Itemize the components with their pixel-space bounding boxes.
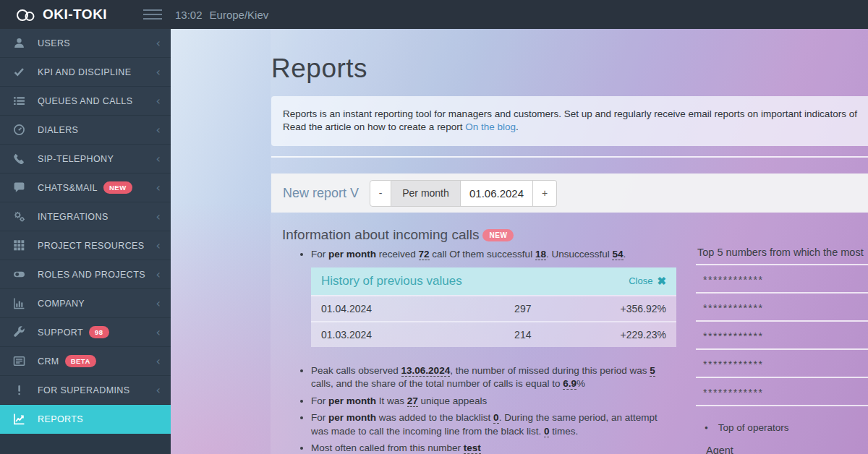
stat-text: . Unsuccessful — [546, 249, 613, 260]
top5-number-row: ************ — [696, 378, 868, 406]
chevron-left-icon: ‹ — [156, 385, 161, 396]
sidebar-item-kpi-and-discipline[interactable]: KPI AND DISCIPLINE‹ — [0, 58, 171, 87]
history-date: 01.03.2024 — [321, 329, 514, 340]
main-content: Reports Reports is an instant reporting … — [171, 29, 868, 454]
sidebar-item-users[interactable]: USERS‹ — [0, 29, 171, 58]
page-title: Reports — [271, 53, 367, 84]
sidebar-item-label: CRMBETA — [38, 355, 156, 367]
stat-text: Peak calls observed — [311, 365, 401, 376]
top-of-operators-bullet: Top of operators — [705, 422, 868, 433]
sidebar-item-label: KPI AND DISCIPLINE — [38, 67, 156, 77]
stat-text: It was — [376, 395, 407, 406]
stat-bullet: For per month It was 27 unique appeals — [311, 395, 676, 408]
chevron-left-icon: ‹ — [156, 95, 161, 107]
stat-value: 5 — [650, 365, 655, 377]
sidebar-item-reports[interactable]: REPORTS — [0, 405, 171, 434]
sidebar-item-project-resources[interactable]: PROJECT RESOURCES‹ — [0, 231, 171, 260]
incoming-stats-list: For per month received 72 call Of them s… — [271, 248, 676, 262]
sidebar-item-label: QUEUES AND CALLS — [38, 96, 156, 106]
date-input[interactable] — [461, 180, 533, 207]
sidebar-badge: NEW — [103, 181, 132, 194]
period-minus-button[interactable]: - — [370, 180, 391, 207]
sidebar-item-label: PROJECT RESOURCES — [38, 241, 156, 251]
sidebar-item-label: USERS — [38, 38, 156, 48]
user-icon — [0, 37, 38, 49]
grid-icon — [0, 239, 38, 252]
top-of-operators: Top of operators Agent — [696, 422, 868, 454]
on-the-blog-link[interactable]: On the blog — [465, 121, 516, 132]
sidebar-item-label: SIP-TELEPHONY — [38, 154, 156, 164]
sidebar-item-roles-and-projects[interactable]: ROLES AND PROJECTS‹ — [0, 260, 171, 289]
sidebar-item-dialers[interactable]: DIALERS‹ — [0, 116, 171, 145]
cloud-logo-icon — [14, 7, 36, 22]
top5-number-row: ************ — [696, 322, 868, 350]
exclamation-icon — [0, 384, 38, 396]
period-select-button[interactable]: Per month — [391, 180, 461, 207]
sidebar-item-label: SUPPORT98 — [38, 326, 156, 338]
history-title: History of previous values — [321, 274, 462, 288]
history-close-button[interactable]: Close ✖ — [629, 275, 666, 288]
stat-value: per month — [328, 412, 376, 423]
stat-text: , the number of missed during this perio… — [450, 365, 650, 376]
stat-value: test — [464, 442, 481, 454]
hamburger-menu-icon[interactable] — [143, 7, 162, 22]
chevron-left-icon: ‹ — [156, 240, 161, 252]
top5-number-row: ************ — [696, 265, 868, 294]
sidebar-item-company[interactable]: COMPANY‹ — [0, 289, 171, 318]
stat-bullet: For per month received 72 call Of them s… — [311, 248, 676, 262]
sidebar-item-sip-telephony[interactable]: SIP-TELEPHONY‹ — [0, 145, 171, 174]
stat-text: received — [376, 249, 419, 260]
stat-text: For — [311, 249, 328, 260]
chevron-left-icon: ‹ — [156, 38, 161, 49]
clock-time: 13:02 — [175, 9, 203, 21]
incoming-calls-title: Information about incoming calls — [282, 227, 479, 243]
sidebar-item-integrations[interactable]: INTEGRATIONS‹ — [0, 202, 171, 231]
history-row: 01.04.2024297+356.92% — [311, 295, 676, 321]
sidebar-badge: 98 — [89, 326, 109, 338]
chevron-left-icon: ‹ — [156, 269, 161, 280]
chevron-left-icon: ‹ — [156, 356, 161, 367]
stat-text: unique appeals — [418, 395, 487, 406]
stat-text: call Of them successful — [430, 249, 535, 260]
history-change: +229.23% — [621, 329, 666, 340]
sidebar-item-label: ROLES AND PROJECTS — [38, 270, 156, 280]
top5-column: Top 5 numbers from which the most ******… — [696, 223, 868, 454]
stat-text: times. — [549, 426, 578, 437]
sidebar-item-crm[interactable]: CRMBETA‹ — [0, 347, 171, 376]
report-columns: Information about incoming calls NEW For… — [271, 223, 868, 454]
sidebar: USERS‹KPI AND DISCIPLINE‹QUEUES AND CALL… — [0, 29, 171, 454]
chevron-left-icon: ‹ — [156, 153, 161, 165]
topbar: OKI-TOKI 13:02 Europe/Kiev — [0, 0, 868, 29]
history-row: 01.03.2024214+229.23% — [311, 321, 676, 347]
sidebar-item-for-superadmins[interactable]: FOR SUPERADMINS‹ — [0, 376, 171, 405]
bar-chart-icon — [0, 297, 38, 309]
sidebar-item-queues-and-calls[interactable]: QUEUES AND CALLS‹ — [0, 87, 171, 116]
top5-number-row: ************ — [696, 350, 868, 378]
sidebar-item-label: DIALERS — [38, 125, 156, 135]
top5-heading: Top 5 numbers from which the most — [696, 247, 868, 265]
brand-name: OKI-TOKI — [43, 7, 107, 22]
history-panel: History of previous values Close ✖ 01.04… — [311, 267, 676, 347]
close-icon: ✖ — [657, 275, 666, 288]
brand-logo[interactable]: OKI-TOKI — [14, 7, 137, 22]
stat-bullet: Peak calls observed 13.06.2024, the numb… — [311, 364, 676, 391]
sidebar-item-support[interactable]: SUPPORT98‹ — [0, 318, 171, 347]
chevron-left-icon: ‹ — [156, 298, 161, 309]
sidebar-item-label: CHATS&MAILNEW — [38, 181, 156, 194]
history-change: +356.92% — [621, 303, 666, 314]
agent-column-header: Agent — [706, 445, 859, 454]
stat-value: 54 — [612, 249, 623, 260]
close-label: Close — [629, 275, 652, 286]
sidebar-item-chats-mail[interactable]: CHATS&MAILNEW‹ — [0, 174, 171, 202]
section-divider — [271, 156, 868, 158]
stat-value: 18 — [535, 249, 546, 260]
stat-text: For — [311, 395, 328, 406]
period-plus-button[interactable]: + — [533, 180, 557, 207]
timezone-label[interactable]: Europe/Kiev — [210, 9, 269, 21]
reports-icon — [0, 413, 38, 425]
stat-bullet: Most often called from this number test — [311, 442, 676, 454]
new-report-dropdown[interactable]: New report V — [283, 186, 368, 201]
gears-icon — [0, 210, 38, 223]
description-line1: Reports is an instant reporting tool for… — [283, 108, 868, 121]
stat-value: per month — [328, 395, 376, 406]
